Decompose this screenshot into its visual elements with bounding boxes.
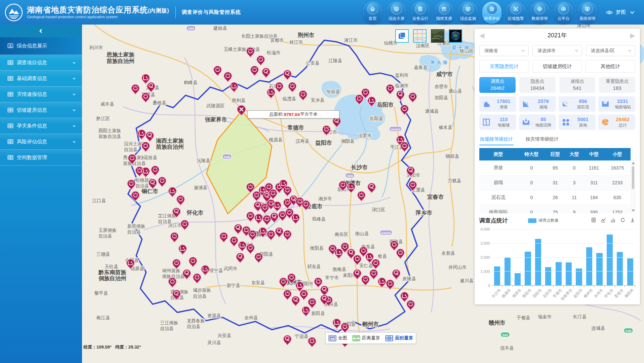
hazard-point-marker[interactable] (254, 253, 263, 263)
hazard-point-marker[interactable] (250, 66, 258, 76)
refresh-icon[interactable] (620, 217, 626, 224)
hazard-point-marker[interactable] (142, 93, 150, 103)
bar-湘潭市[interactable] (515, 273, 521, 285)
hazard-point-marker[interactable] (314, 278, 322, 288)
street-thumbnail[interactable] (413, 29, 427, 43)
prev-year-button[interactable]: ◀ (479, 32, 484, 39)
hazard-point-marker[interactable] (400, 142, 408, 152)
hazard-point-marker[interactable] (238, 241, 246, 251)
hazard-point-marker[interactable] (357, 191, 365, 201)
bar-邵阳市[interactable] (535, 239, 541, 285)
hazard-point-marker[interactable] (370, 269, 378, 280)
layers-button[interactable] (395, 29, 409, 43)
hazard-point-marker[interactable] (400, 105, 408, 115)
tab-其他统计[interactable]: 其他统计 (586, 60, 635, 73)
bar-长沙市[interactable] (494, 266, 500, 285)
hazard-point-marker[interactable] (220, 232, 228, 243)
chart-legend[interactable]: 调查点数量 (528, 218, 559, 223)
bar-郴州市[interactable] (586, 247, 592, 285)
hazard-point-marker[interactable] (299, 90, 307, 101)
map-tool-全图[interactable]: 全图 (328, 335, 347, 341)
hazard-point-marker[interactable] (335, 249, 343, 259)
hazard-point-marker[interactable] (142, 167, 150, 177)
download-icon[interactable] (630, 217, 635, 224)
bar-岳阳市[interactable] (545, 267, 551, 285)
sidebar-item-调查项目信息[interactable]: 调查项目信息 (0, 55, 82, 71)
summary-card-重要隐患点[interactable]: 重要隐患点183 (599, 77, 635, 93)
hazard-point-marker[interactable] (189, 257, 197, 267)
nav-item-业务运行[interactable]: 业务运行 (411, 2, 430, 24)
subtab-按规模等级统计[interactable]: 按规模等级统计 (479, 134, 514, 145)
hazard-point-marker[interactable] (407, 300, 415, 310)
globe-thumbnail[interactable] (449, 29, 462, 43)
sidebar-item-综合信息展示[interactable]: 综合信息展示 (0, 37, 82, 55)
hazard-point-marker[interactable] (283, 70, 291, 80)
hazard-point-marker[interactable] (142, 74, 150, 84)
hazard-point-marker[interactable] (291, 296, 299, 306)
hazard-point-marker[interactable] (267, 230, 275, 240)
hazard-point-marker[interactable] (368, 183, 376, 193)
hazard-point-marker[interactable] (158, 177, 166, 187)
line-chart-icon[interactable] (601, 217, 606, 224)
map-tool-面积量算[interactable]: 面积量算 (385, 335, 413, 341)
nav-item-综合监测[interactable]: 综合监测 (458, 2, 478, 24)
hazard-point-marker[interactable] (267, 88, 275, 99)
hazard-point-marker[interactable] (131, 191, 139, 201)
nav-item-区域预警[interactable]: 区域预警 (506, 2, 525, 24)
hazard-point-marker[interactable] (168, 278, 176, 288)
bar-常德市[interactable] (556, 262, 562, 285)
hazard-point-marker[interactable] (320, 286, 328, 296)
hazard-point-marker[interactable] (201, 265, 209, 275)
tab-切坡建房统计[interactable]: 切坡建房统计 (532, 60, 582, 73)
scrollbar-thumb[interactable] (632, 166, 634, 189)
nav-item-首页[interactable]: 首页 (363, 2, 382, 24)
hazard-point-marker[interactable] (400, 292, 408, 302)
hazard-point-marker[interactable] (147, 82, 155, 92)
next-year-button[interactable]: ▶ (630, 32, 635, 39)
hazard-point-marker[interactable] (224, 72, 232, 82)
hazard-point-marker[interactable] (308, 337, 316, 347)
nav-item-系统管理[interactable]: 系统管理 (578, 2, 597, 24)
hazard-point-marker[interactable] (302, 306, 310, 317)
user-menu[interactable]: 梦图 (606, 9, 636, 15)
hazard-point-marker[interactable] (193, 274, 201, 284)
hazard-point-marker[interactable] (262, 68, 270, 78)
satellite-thumbnail[interactable] (431, 29, 444, 43)
hazard-point-marker[interactable] (172, 259, 180, 269)
summary-card-调查点[interactable]: 调查点28462 (479, 77, 516, 93)
nav-item-调查评价[interactable]: 调查评价 (482, 2, 501, 24)
data-view-icon[interactable] (591, 217, 596, 224)
map-tool-距离量算[interactable]: 距离量算 (352, 335, 380, 341)
hazard-point-marker[interactable] (275, 82, 283, 92)
hazard-point-marker[interactable] (283, 230, 291, 240)
hazard-point-marker[interactable] (236, 253, 244, 263)
hazard-point-marker[interactable] (151, 166, 159, 176)
nav-item-指挥支撑[interactable]: 指挥支撑 (435, 2, 454, 24)
hazard-point-marker[interactable] (273, 202, 281, 212)
nav-item-综合大屏[interactable]: 综合大屏 (387, 2, 406, 24)
hazard-point-marker[interactable] (246, 47, 254, 58)
bar-永州市[interactable] (596, 253, 602, 285)
sidebar-item-风险评估信息[interactable]: 风险评估信息 (0, 134, 82, 150)
sidebar-item-基础调查信息[interactable]: 基础调查信息 (0, 71, 82, 86)
sidebar-item-孕灾条件信息[interactable]: 孕灾条件信息 (0, 118, 82, 134)
nav-item-数据管理[interactable]: 数据管理 (530, 2, 549, 24)
hazard-point-marker[interactable] (248, 230, 256, 240)
sidebar-item-切坡建房信息[interactable]: 切坡建房信息 (0, 102, 82, 118)
hazard-point-marker[interactable] (361, 276, 369, 286)
hazard-point-marker[interactable] (230, 82, 238, 92)
hazard-point-marker[interactable] (300, 290, 308, 300)
scroll-down-arrow[interactable] (632, 210, 635, 212)
hazard-point-marker[interactable] (246, 212, 254, 222)
hazard-point-marker[interactable] (333, 319, 341, 329)
hazard-point-marker[interactable] (308, 298, 316, 308)
hazard-point-marker[interactable] (127, 180, 135, 190)
region-select-1[interactable]: 请选择市 (532, 45, 582, 56)
hazard-point-marker[interactable] (246, 244, 254, 254)
bar-chart-icon[interactable] (610, 217, 616, 224)
hazard-point-marker[interactable] (390, 241, 398, 251)
hazard-point-marker[interactable] (234, 224, 242, 234)
hazard-point-marker[interactable] (149, 179, 157, 189)
tab-灾害隐患统计[interactable]: 灾害隐患统计 (479, 60, 529, 73)
hazard-point-marker[interactable] (392, 269, 400, 280)
